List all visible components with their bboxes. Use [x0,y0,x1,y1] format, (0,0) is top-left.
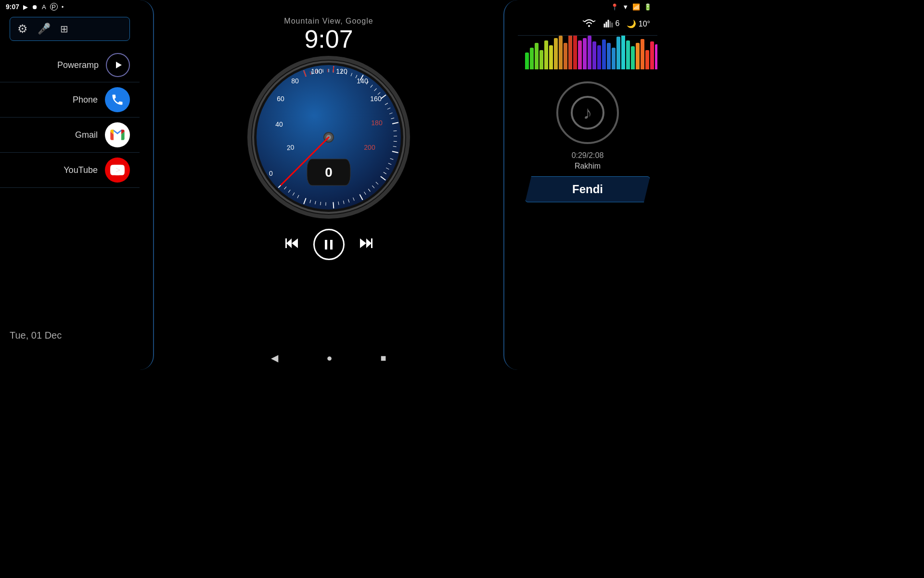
home-button[interactable]: ● [326,353,332,364]
mic-icon[interactable]: 🎤 [38,23,51,35]
time-display: 9:07 [284,26,373,53]
eq-bar [568,36,572,69]
svg-line-54 [323,69,323,73]
prev-button[interactable] [284,236,299,253]
eq-bar [573,36,577,69]
eq-bar [602,39,606,69]
wifi-right-icon [582,17,596,30]
speedometer: 20 40 60 80 100 120 140 160 180 200 0 0 [247,55,411,219]
right-panel: 6 🌙 10° ♪ 0:29/2:08 Rakhim Fendi [518,0,657,370]
a-status-icon: A [42,3,46,11]
eq-bar [588,36,591,69]
svg-marker-79 [286,238,292,248]
gmail-icon [105,122,130,147]
eq-bar [559,36,563,69]
toolbar: ⚙ 🎤 ⊞ [10,17,130,41]
eq-bar [626,40,630,69]
svg-line-57 [333,66,334,73]
app-name-youtube: YouTube [64,165,98,175]
list-item[interactable]: YouTube [0,153,140,188]
eq-bar [631,46,635,69]
app-name-gmail: Gmail [75,130,98,140]
svg-marker-85 [366,238,372,248]
eq-bar [549,45,553,69]
app-name-poweramp: Poweramp [57,60,99,70]
eq-bar [544,40,548,69]
svg-line-88 [593,21,595,22]
phone-icon [105,87,130,112]
app-list: Poweramp Phone Gmail [0,48,140,188]
p-status-icon: P [50,3,58,11]
menu-button[interactable]: ■ [381,353,386,364]
app-name-phone: Phone [73,95,98,105]
svg-marker-84 [360,238,366,248]
list-item[interactable]: Gmail [0,118,140,153]
eq-bar [636,43,640,69]
eq-bar [655,44,657,69]
svg-text:80: 80 [291,77,299,85]
svg-text:0: 0 [325,165,333,180]
settings-icon[interactable]: ⚙ [17,22,28,36]
center-panel: Mountain View, Google 9:07 [140,0,518,370]
nav-bar: ◀ ● ■ [279,346,378,370]
wifi-status-icon: ▼ [622,3,629,11]
svg-text:100: 100 [311,67,322,75]
grid-icon[interactable]: ⊞ [60,23,68,35]
location-text: Mountain View, Google [284,17,373,26]
signal-status-icon: 📶 [632,3,640,11]
battery-status-icon: 🔋 [644,3,652,11]
status-right: 📍 ▼ 📶 🔋 [611,3,652,11]
svg-text:120: 120 [336,67,347,75]
status-time: 9:07 [6,3,19,11]
left-panel: ⚙ 🎤 ⊞ Poweramp Phone Gmail [0,0,140,370]
location-time: Mountain View, Google 9:07 [284,17,373,53]
eq-bar [583,38,587,69]
play-status-icon: ▶ [23,3,28,11]
eq-bar [597,45,601,69]
pause-button[interactable] [313,229,345,260]
signal-icon: 6 [603,19,619,28]
list-item[interactable]: Poweramp [0,48,140,82]
youtube-icon [105,158,130,183]
eq-bar [578,40,582,69]
svg-text:♪: ♪ [583,103,592,123]
eq-bar [607,43,611,69]
music-note-icon: ♪ [556,81,619,144]
status-left: 9:07 ▶ ⏺ A P • [6,3,64,11]
location-status-icon: 📍 [611,3,618,11]
svg-text:20: 20 [286,144,295,152]
back-button[interactable]: ◀ [271,352,278,364]
svg-rect-86 [371,238,372,248]
svg-line-8 [333,202,334,209]
svg-rect-80 [285,238,287,248]
svg-marker-0 [116,62,122,68]
svg-text:0: 0 [269,170,273,177]
svg-text:160: 160 [370,95,382,103]
eq-bar [650,41,654,69]
svg-rect-83 [330,240,333,250]
svg-text:40: 40 [275,120,283,128]
signal-count: 6 [615,19,619,28]
svg-rect-82 [325,240,327,250]
eq-bar [539,50,543,69]
music-note-container: ♪ [518,81,657,144]
eq-bar [554,38,558,69]
status-bar: 9:07 ▶ ⏺ A P • 📍 ▼ 📶 🔋 [0,0,657,13]
eq-bar [621,36,625,69]
svg-text:60: 60 [277,95,284,103]
eq-bar [535,43,539,69]
svg-text:140: 140 [357,77,368,85]
date-display: Tue, 01 Dec [10,330,62,341]
dot-status-icon: • [62,3,64,11]
weather-display: 🌙 10° [627,19,650,28]
svg-text:200: 200 [364,144,375,151]
svg-text:180: 180 [371,119,383,127]
svg-marker-81 [292,238,298,248]
eq-bar [525,53,529,69]
eq-bar [564,43,567,69]
stop-status-icon: ⏺ [32,3,38,11]
list-item[interactable]: Phone [0,82,140,118]
svg-line-87 [583,21,585,22]
next-button[interactable] [359,236,373,253]
eq-bar [645,50,649,69]
